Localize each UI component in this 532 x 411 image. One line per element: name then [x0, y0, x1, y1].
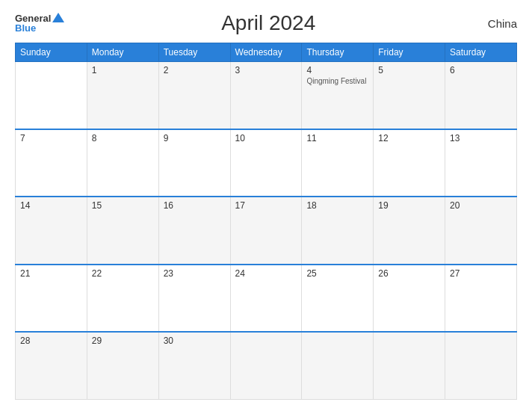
- holiday-label: Qingming Festival: [306, 77, 368, 85]
- day-number: 9: [164, 133, 226, 143]
- table-row: [16, 62, 87, 129]
- day-number: 18: [306, 200, 368, 211]
- table-row: [445, 332, 517, 399]
- table-row: [374, 332, 445, 399]
- day-number: 21: [20, 268, 82, 279]
- calendar-week-row: 1234Qingming Festival56: [16, 62, 517, 129]
- header-tuesday: Tuesday: [158, 43, 230, 62]
- table-row: 19: [374, 197, 445, 264]
- day-number: 28: [20, 336, 82, 346]
- day-number: 19: [378, 200, 440, 211]
- table-row: 15: [87, 197, 158, 264]
- day-number: 10: [235, 133, 297, 143]
- table-row: 21: [16, 265, 87, 332]
- table-row: [230, 332, 302, 399]
- table-row: 1: [87, 62, 158, 129]
- day-number: 23: [164, 268, 226, 279]
- logo-triangle-icon: [52, 13, 64, 22]
- day-number: 30: [164, 336, 226, 346]
- day-number: 2: [164, 65, 226, 75]
- day-number: 12: [378, 133, 440, 143]
- day-number: 17: [235, 200, 297, 211]
- table-row: 30: [158, 332, 230, 399]
- day-number: 15: [92, 200, 154, 211]
- day-number: 29: [92, 336, 154, 346]
- day-number: 4: [306, 65, 368, 75]
- table-row: 8: [87, 129, 158, 197]
- table-row: 12: [374, 129, 445, 197]
- header-monday: Monday: [87, 43, 158, 62]
- table-row: 4Qingming Festival: [302, 62, 374, 129]
- day-number: 6: [450, 65, 512, 75]
- calendar-week-row: 14151617181920: [16, 197, 517, 264]
- calendar-week-row: 282930: [16, 332, 517, 399]
- logo-blue: Blue: [15, 23, 36, 33]
- header-sunday: Sunday: [16, 43, 87, 62]
- logo: General Blue: [15, 13, 64, 33]
- day-number: 8: [92, 133, 154, 143]
- table-row: 3: [230, 62, 302, 129]
- header-friday: Friday: [374, 43, 445, 62]
- day-number: 20: [450, 200, 512, 211]
- table-row: 23: [158, 265, 230, 332]
- calendar-week-row: 21222324252627: [16, 265, 517, 332]
- page-header: General Blue April 2024 China: [15, 11, 517, 35]
- day-number: 14: [20, 200, 82, 211]
- day-number: 27: [450, 268, 512, 279]
- day-number: 26: [378, 268, 440, 279]
- table-row: 16: [158, 197, 230, 264]
- day-number: 1: [92, 65, 154, 75]
- table-row: 14: [16, 197, 87, 264]
- table-row: 27: [445, 265, 517, 332]
- table-row: 26: [374, 265, 445, 332]
- header-thursday: Thursday: [302, 43, 374, 62]
- day-number: 16: [164, 200, 226, 211]
- header-saturday: Saturday: [445, 43, 517, 62]
- table-row: 24: [230, 265, 302, 332]
- table-row: [302, 332, 374, 399]
- calendar-page: General Blue April 2024 China Sunday Mon…: [0, 0, 532, 411]
- table-row: 22: [87, 265, 158, 332]
- calendar-week-row: 78910111213: [16, 129, 517, 197]
- table-row: 2: [158, 62, 230, 129]
- table-row: 28: [16, 332, 87, 399]
- table-row: 20: [445, 197, 517, 264]
- table-row: 5: [374, 62, 445, 129]
- table-row: 29: [87, 332, 158, 399]
- day-number: 5: [378, 65, 440, 75]
- table-row: 13: [445, 129, 517, 197]
- table-row: 9: [158, 129, 230, 197]
- day-number: 3: [235, 65, 297, 75]
- day-number: 11: [306, 133, 368, 143]
- day-number: 13: [450, 133, 512, 143]
- day-number: 7: [20, 133, 82, 143]
- header-wednesday: Wednesday: [230, 43, 302, 62]
- calendar-table: Sunday Monday Tuesday Wednesday Thursday…: [15, 43, 517, 400]
- day-number: 22: [92, 268, 154, 279]
- page-title: April 2024: [64, 11, 472, 35]
- weekday-header-row: Sunday Monday Tuesday Wednesday Thursday…: [16, 43, 517, 62]
- table-row: 6: [445, 62, 517, 129]
- day-number: 24: [235, 268, 297, 279]
- table-row: 11: [302, 129, 374, 197]
- table-row: 18: [302, 197, 374, 264]
- country-label: China: [472, 17, 517, 30]
- table-row: 17: [230, 197, 302, 264]
- table-row: 25: [302, 265, 374, 332]
- table-row: 10: [230, 129, 302, 197]
- day-number: 25: [306, 268, 368, 279]
- table-row: 7: [16, 129, 87, 197]
